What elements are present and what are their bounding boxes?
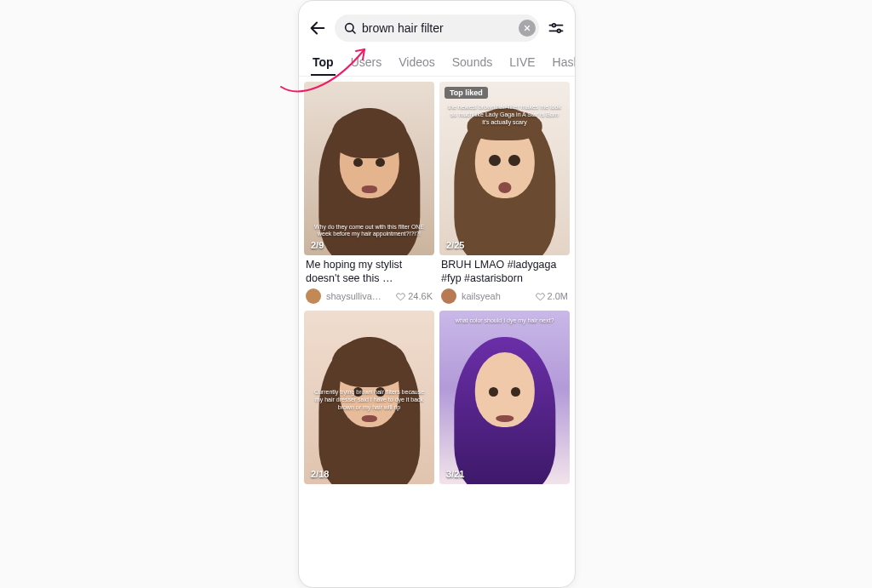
video-date: 3/21 bbox=[446, 469, 464, 479]
search-field[interactable] bbox=[335, 14, 539, 42]
video-caption-overlay: what color should I dye my hair next? bbox=[446, 317, 563, 325]
top-liked-badge: Top liked bbox=[445, 87, 488, 99]
tab-users[interactable]: Users bbox=[349, 50, 384, 76]
video-thumbnail[interactable]: Top liked the newest brown hair filter m… bbox=[439, 82, 570, 255]
video-caption: Me hoping my stylist doesn't see this … bbox=[306, 259, 433, 285]
results-grid: Why do they come out with this filter ON… bbox=[299, 77, 575, 489]
search-icon bbox=[343, 21, 357, 35]
video-thumbnail[interactable]: Currently trying brown hair filters beca… bbox=[304, 311, 434, 484]
video-caption-overlay: the newest brown hair filter makes me lo… bbox=[446, 104, 563, 126]
arrow-left-icon bbox=[308, 19, 327, 37]
video-thumbnail[interactable]: what color should I dye my hair next? 3/… bbox=[439, 311, 570, 484]
thumbnail-illustration bbox=[439, 311, 570, 484]
result-card[interactable]: Currently trying brown hair filters beca… bbox=[304, 311, 434, 484]
video-caption-overlay: Currently trying brown hair filters beca… bbox=[311, 389, 427, 411]
svg-point-8 bbox=[558, 30, 561, 33]
tab-top[interactable]: Top bbox=[311, 50, 336, 76]
video-thumbnail[interactable]: Why do they come out with this filter ON… bbox=[304, 82, 434, 255]
result-card[interactable]: Why do they come out with this filter ON… bbox=[304, 82, 434, 305]
creator-avatar[interactable] bbox=[306, 288, 321, 304]
result-card[interactable]: what color should I dye my hair next? 3/… bbox=[439, 311, 570, 484]
svg-point-6 bbox=[553, 24, 556, 27]
video-date: 2/18 bbox=[311, 469, 329, 479]
tab-live[interactable]: LIVE bbox=[508, 50, 536, 76]
clear-search-button[interactable] bbox=[519, 20, 536, 37]
video-meta: BRUH LMAO #ladygaga #fyp #astarisborn ka… bbox=[439, 255, 570, 305]
search-tabs: Top Users Videos Sounds LIVE Hashtags bbox=[299, 50, 575, 77]
video-caption-overlay: Why do they come out with this filter ON… bbox=[311, 224, 427, 239]
creator-username[interactable]: shaysulliva… bbox=[326, 291, 391, 301]
search-filters-button[interactable] bbox=[546, 18, 566, 38]
like-count: 2.0M bbox=[536, 291, 568, 301]
tab-sounds[interactable]: Sounds bbox=[450, 50, 494, 76]
video-date: 2/25 bbox=[446, 240, 464, 250]
search-header bbox=[299, 1, 575, 50]
phone-frame: Top Users Videos Sounds LIVE Hashtags Wh… bbox=[298, 0, 576, 588]
tab-hashtags[interactable]: Hashtags bbox=[551, 50, 575, 76]
video-date: 2/9 bbox=[311, 240, 324, 250]
sliders-icon bbox=[548, 20, 565, 37]
heart-icon bbox=[536, 292, 545, 301]
video-caption: BRUH LMAO #ladygaga #fyp #astarisborn bbox=[441, 259, 568, 285]
heart-icon bbox=[396, 292, 405, 301]
x-icon bbox=[523, 24, 531, 32]
video-meta: Me hoping my stylist doesn't see this … … bbox=[304, 255, 434, 305]
search-input[interactable] bbox=[362, 21, 513, 35]
svg-line-2 bbox=[353, 31, 355, 33]
result-card[interactable]: Top liked the newest brown hair filter m… bbox=[439, 82, 570, 305]
like-count: 24.6K bbox=[396, 291, 433, 301]
creator-avatar[interactable] bbox=[441, 288, 456, 304]
creator-username[interactable]: kailsyeah bbox=[462, 291, 531, 301]
back-button[interactable] bbox=[307, 18, 328, 38]
tab-videos[interactable]: Videos bbox=[397, 50, 437, 76]
